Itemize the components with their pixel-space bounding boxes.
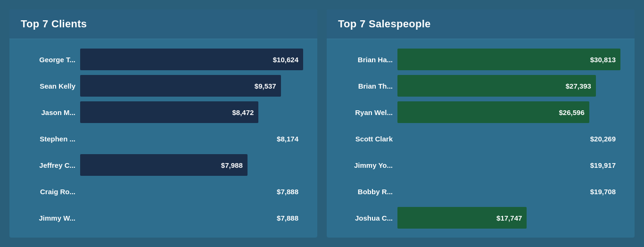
item-name: Jeffrey C... bbox=[24, 161, 75, 169]
bar-fill: $17,747 bbox=[397, 207, 527, 229]
item-value: $9,537 bbox=[255, 82, 276, 90]
item-name: Joshua C... bbox=[341, 214, 393, 222]
list-item: Ryan Wel...$26,596 bbox=[341, 101, 620, 123]
item-value: $8,472 bbox=[232, 108, 254, 116]
bar-fill: $27,393 bbox=[397, 75, 596, 97]
bar-fill: $9,537 bbox=[80, 75, 281, 97]
item-name: Brian Th... bbox=[341, 82, 393, 90]
list-item: Scott Clark$20,269 bbox=[341, 128, 620, 149]
salespeople-header: Top 7 Salespeople bbox=[327, 9, 635, 39]
bar-fill: $30,813 bbox=[397, 49, 620, 70]
clients-body: George T...$10,624Sean Kelly$9,537Jason … bbox=[9, 39, 317, 238]
item-name: Jimmy Yo... bbox=[341, 161, 393, 169]
bar-fill: $19,708 bbox=[397, 181, 620, 202]
bar-container: $7,888 bbox=[80, 181, 303, 202]
list-item: Joshua C...$17,747 bbox=[341, 207, 620, 229]
item-value: $10,624 bbox=[273, 56, 298, 64]
bar-container: $17,747 bbox=[397, 207, 620, 229]
bar-fill: $19,917 bbox=[397, 154, 620, 176]
bar-fill: $10,624 bbox=[80, 49, 303, 70]
item-value: $19,917 bbox=[590, 161, 616, 169]
list-item: Sean Kelly$9,537 bbox=[24, 75, 303, 97]
item-value: $30,813 bbox=[590, 56, 616, 64]
bar-container: $7,888 bbox=[80, 207, 303, 229]
bar-container: $8,472 bbox=[80, 101, 303, 123]
bar-container: $26,596 bbox=[397, 101, 620, 123]
item-value: $27,393 bbox=[566, 82, 591, 90]
bar-fill: $20,269 bbox=[397, 128, 620, 149]
item-value: $7,988 bbox=[221, 161, 243, 169]
list-item: Brian Ha...$30,813 bbox=[341, 49, 620, 70]
item-value: $26,596 bbox=[559, 108, 585, 116]
bar-container: $19,708 bbox=[397, 181, 620, 202]
bar-fill: $8,174 bbox=[80, 128, 303, 149]
bar-container: $8,174 bbox=[80, 128, 303, 149]
bar-fill: $7,888 bbox=[80, 207, 303, 229]
bar-container: $30,813 bbox=[397, 49, 620, 70]
bar-fill: $7,988 bbox=[80, 154, 248, 176]
item-value: $7,888 bbox=[277, 214, 298, 222]
bar-container: $7,988 bbox=[80, 154, 303, 176]
list-item: Brian Th...$27,393 bbox=[341, 75, 620, 97]
list-item: Jimmy W...$7,888 bbox=[24, 207, 303, 229]
salespeople-body: Brian Ha...$30,813Brian Th...$27,393Ryan… bbox=[327, 39, 635, 238]
bar-fill: $7,888 bbox=[80, 181, 303, 202]
bar-container: $19,917 bbox=[397, 154, 620, 176]
bar-container: $10,624 bbox=[80, 49, 303, 70]
item-name: Jimmy W... bbox=[24, 214, 75, 222]
list-item: Bobby R...$19,708 bbox=[341, 181, 620, 202]
bar-fill: $8,472 bbox=[80, 101, 258, 123]
item-name: Stephen ... bbox=[24, 135, 75, 143]
salespeople-title: Top 7 Salespeople bbox=[338, 18, 623, 30]
list-item: Stephen ...$8,174 bbox=[24, 128, 303, 149]
list-item: Craig Ro...$7,888 bbox=[24, 181, 303, 202]
item-value: $8,174 bbox=[277, 135, 298, 143]
list-item: Jimmy Yo...$19,917 bbox=[341, 154, 620, 176]
item-name: Craig Ro... bbox=[24, 188, 75, 196]
bar-container: $9,537 bbox=[80, 75, 303, 97]
item-value: $20,269 bbox=[590, 135, 616, 143]
clients-header: Top 7 Clients bbox=[9, 9, 317, 39]
list-item: George T...$10,624 bbox=[24, 49, 303, 70]
list-item: Jason M...$8,472 bbox=[24, 101, 303, 123]
item-name: George T... bbox=[24, 56, 75, 64]
salespeople-panel: Top 7 Salespeople Brian Ha...$30,813Bria… bbox=[327, 9, 635, 238]
item-value: $17,747 bbox=[496, 214, 522, 222]
item-value: $19,708 bbox=[590, 188, 616, 196]
item-name: Ryan Wel... bbox=[341, 108, 393, 116]
clients-title: Top 7 Clients bbox=[21, 18, 306, 30]
bar-fill: $26,596 bbox=[397, 101, 589, 123]
list-item: Jeffrey C...$7,988 bbox=[24, 154, 303, 176]
item-name: Sean Kelly bbox=[24, 82, 75, 90]
item-name: Brian Ha... bbox=[341, 56, 393, 64]
bar-container: $27,393 bbox=[397, 75, 620, 97]
item-value: $7,888 bbox=[277, 188, 298, 196]
item-name: Jason M... bbox=[24, 108, 75, 116]
item-name: Scott Clark bbox=[341, 135, 393, 143]
clients-panel: Top 7 Clients George T...$10,624Sean Kel… bbox=[9, 9, 317, 238]
item-name: Bobby R... bbox=[341, 188, 393, 196]
bar-container: $20,269 bbox=[397, 128, 620, 149]
